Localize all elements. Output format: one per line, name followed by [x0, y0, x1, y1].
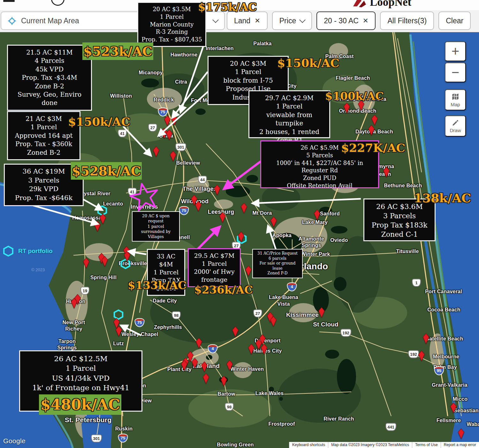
listing-pin[interactable]	[194, 201, 202, 212]
listing-pin[interactable]	[418, 350, 426, 361]
listing-pin[interactable]	[422, 333, 430, 344]
listing-pin[interactable]	[101, 256, 109, 267]
listing-pin[interactable]	[318, 307, 326, 318]
listing-pin[interactable]	[169, 151, 177, 161]
current-location-icon	[8, 17, 16, 25]
draw-button[interactable]: Draw	[445, 116, 466, 137]
map-icon	[451, 93, 460, 101]
listing-pin[interactable]	[165, 129, 173, 140]
close-icon[interactable]: ✕	[255, 17, 260, 25]
menu-icon[interactable]	[3, 0, 15, 2]
chevron-down-icon[interactable]	[212, 17, 219, 23]
keyboard-shortcuts-link[interactable]: Keyboard shortcuts	[289, 442, 328, 448]
chip-label: 20 - 30 AC	[324, 17, 359, 25]
map-button-label: Map	[451, 102, 460, 107]
map-data-text: Map data ©2023 Imagery ©2023 TerraMetric…	[328, 442, 412, 448]
filter-chip-all-filters-3[interactable]: All Filters(3)	[380, 11, 434, 30]
listing-pin[interactable]	[313, 209, 321, 220]
top-bar: LoopNet Current Map Area Land✕Price20 - …	[0, 0, 479, 32]
listing-pin[interactable]	[245, 265, 253, 276]
search-value: Current Map Area	[21, 17, 79, 25]
report-map-error-link[interactable]: Report a map error	[441, 442, 479, 448]
listing-pin[interactable]	[94, 221, 102, 232]
plus-icon: +	[452, 44, 460, 59]
listing-pin[interactable]	[201, 361, 209, 372]
loopnet-logo-icon	[352, 0, 367, 8]
listing-pin[interactable]	[123, 251, 131, 262]
chip-label: Clear	[446, 17, 463, 25]
zoom-out-button[interactable]: −	[445, 63, 466, 82]
listing-pin[interactable]	[247, 344, 255, 355]
chevron-down-icon	[299, 17, 306, 23]
listing-pin[interactable]	[240, 203, 248, 213]
listing-pin[interactable]	[115, 326, 123, 337]
listing-pin[interactable]	[180, 360, 188, 371]
terms-of-use-link[interactable]: Terms of Use	[412, 442, 441, 448]
zoom-in-button[interactable]: +	[445, 41, 466, 61]
search-icon	[51, 0, 65, 6]
filter-chip-price[interactable]: Price	[272, 11, 312, 30]
listing-pin[interactable]	[371, 115, 379, 125]
imagery-copyright: © 2023	[31, 267, 45, 272]
listing-pin[interactable]	[383, 167, 391, 177]
listing-pin[interactable]	[450, 402, 458, 413]
listing-pin[interactable]	[260, 344, 268, 355]
search-row: Current Map Area Land✕Price20 - 30 AC✕Al…	[0, 10, 479, 32]
listing-pin[interactable]	[270, 216, 278, 227]
listing-pin[interactable]	[219, 212, 227, 223]
google-logo: Google	[3, 437, 26, 445]
search-input[interactable]: Current Map Area	[1, 11, 225, 30]
listing-pin[interactable]	[457, 428, 465, 439]
listing-pin[interactable]	[232, 326, 240, 337]
listing-pin[interactable]	[226, 360, 234, 371]
listing-pin[interactable]	[237, 231, 245, 242]
listing-pin[interactable]	[152, 146, 160, 157]
listing-pin[interactable]	[202, 373, 210, 384]
listing-pin[interactable]	[220, 376, 228, 386]
page-chrome-strip: LoopNet	[0, 0, 479, 10]
listing-pin[interactable]	[270, 316, 278, 327]
chip-label: All Filters(3)	[387, 17, 427, 25]
listing-pin[interactable]	[191, 358, 199, 369]
filter-chip-clear[interactable]: Clear	[438, 11, 471, 30]
draw-button-label: Draw	[450, 128, 461, 133]
listing-pin[interactable]	[171, 115, 179, 125]
listing-pin[interactable]	[70, 298, 78, 309]
map-attribution-bar: Keyboard shortcuts Map data ©2023 Imager…	[289, 442, 479, 448]
pencil-icon	[452, 119, 459, 127]
listing-pin[interactable]	[195, 338, 203, 348]
loopnet-logo-text: LoopNet	[370, 0, 411, 9]
listing-pin[interactable]	[343, 102, 351, 113]
listing-pin[interactable]	[213, 184, 221, 195]
filter-chip-land[interactable]: Land✕	[227, 11, 268, 30]
listing-pin[interactable]	[82, 258, 90, 268]
hexagon-icon	[3, 245, 14, 257]
listing-pin[interactable]	[357, 100, 365, 111]
listing-pin[interactable]	[368, 125, 376, 136]
filter-chip-row: Land✕Price20 - 30 AC✕All Filters(3)Clear	[227, 11, 471, 30]
minus-icon: −	[452, 65, 460, 80]
rt-portfolio-label: RT portfolio	[18, 248, 53, 255]
chip-label: Price	[279, 17, 296, 25]
loopnet-logo[interactable]: LoopNet	[352, 0, 411, 10]
chip-label: Land	[234, 17, 250, 25]
filter-chip-20-30-ac[interactable]: 20 - 30 AC✕	[316, 11, 376, 30]
close-icon[interactable]: ✕	[363, 17, 369, 25]
rt-portfolio-legend: RT portfolio	[3, 245, 53, 257]
map-type-button[interactable]: Map	[445, 89, 466, 110]
